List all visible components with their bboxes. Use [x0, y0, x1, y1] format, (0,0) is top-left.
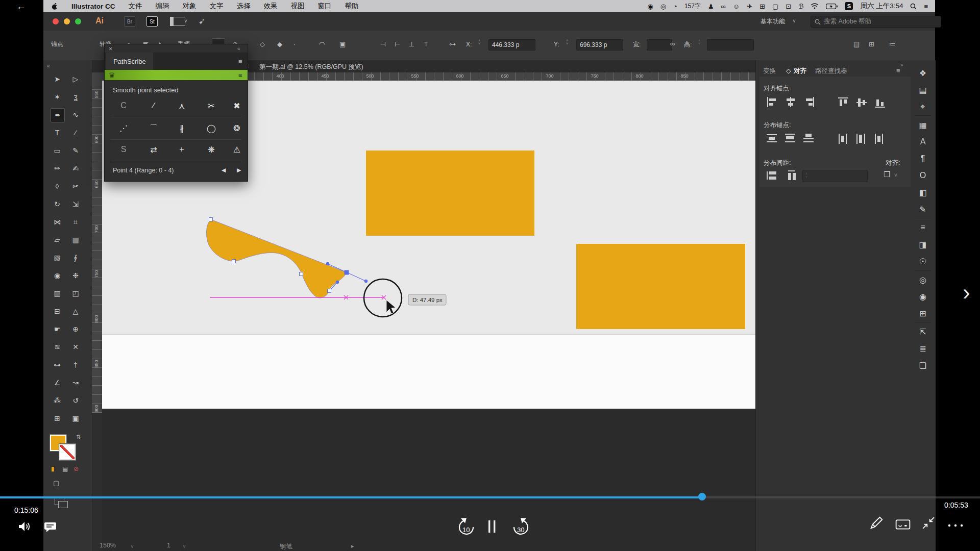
transparency-panel-icon[interactable]: ◎	[914, 273, 932, 286]
workspace-chevron-icon[interactable]: ˅	[793, 19, 796, 24]
tab-pathscribe[interactable]: PathScribe	[106, 53, 153, 70]
align-top-button[interactable]	[837, 96, 850, 108]
y-stepper[interactable]: ˄˅	[566, 39, 568, 45]
display-icon[interactable]: ▢	[772, 3, 778, 10]
align-bottom-button[interactable]	[874, 96, 887, 108]
canvas-scroll-area[interactable]	[102, 409, 755, 551]
align-right-button[interactable]	[802, 96, 816, 108]
align-left-button[interactable]	[766, 96, 779, 108]
blend-tool[interactable]: ◉	[51, 269, 64, 282]
artboard-chevron-icon[interactable]: ˅	[183, 544, 186, 549]
swap-direction-button[interactable]: ⇄	[150, 145, 157, 155]
rewind-10-button[interactable]: 10	[456, 516, 477, 537]
artboard[interactable]	[102, 334, 755, 409]
navigator-tool[interactable]: ▣	[69, 412, 82, 425]
rotate-view-tool[interactable]: ↺	[69, 394, 82, 407]
opentype-panel-icon[interactable]: O	[914, 169, 932, 182]
grid-icon[interactable]: ⊞	[760, 3, 765, 10]
prev-point-button[interactable]: ◀	[222, 167, 226, 173]
artboard-number[interactable]: 1	[167, 542, 170, 549]
warning-button[interactable]: ⚠	[233, 145, 240, 155]
eyedropper-tool[interactable]: ∮	[69, 251, 82, 264]
smooth-tool[interactable]: ≋	[51, 340, 64, 354]
lasso-tool[interactable]: ʓ	[69, 90, 82, 104]
selection-tool[interactable]: ➤	[51, 72, 64, 86]
telegram-icon[interactable]: ✈	[747, 3, 752, 10]
menu-item-type[interactable]: 文字	[210, 2, 224, 11]
spotify-icon[interactable]: S	[845, 2, 853, 10]
join-path-icon[interactable]: ⊶	[449, 41, 456, 47]
banner-menu-icon[interactable]: ≡	[238, 71, 242, 79]
zoom-window-button[interactable]	[75, 18, 81, 24]
symbol-sprayer-tool[interactable]: ❉	[69, 269, 82, 282]
rocket-icon[interactable]: ➹	[199, 16, 205, 26]
horizontal-space-button[interactable]	[786, 169, 799, 182]
workspace-switcher[interactable]: 基本功能	[761, 18, 785, 24]
menu-item-edit[interactable]: 编辑	[156, 2, 169, 11]
align-to-chevron-icon[interactable]: ˅	[894, 172, 897, 178]
menu-item-view[interactable]: 视图	[291, 2, 305, 11]
free-transform-tool[interactable]: ⌗	[69, 215, 82, 229]
rotate-tool[interactable]: ↻	[51, 197, 64, 211]
collapse-panels-icon[interactable]: »	[900, 62, 903, 68]
search-icon[interactable]	[910, 3, 917, 10]
panel-box-icon[interactable]: ⊞	[869, 41, 874, 47]
distribute-top-button[interactable]	[766, 133, 779, 145]
pathscribe-banner[interactable]: ♛ ≡	[105, 70, 248, 80]
appearance-panel-icon[interactable]: ◧	[914, 186, 932, 199]
shear-tool[interactable]: ∠	[51, 376, 64, 389]
annotate-pencil-button[interactable]	[869, 516, 883, 531]
notification-icon[interactable]: ♟	[708, 3, 714, 10]
attributes-panel-icon[interactable]: ◉	[914, 290, 932, 303]
record-icon[interactable]: ◉	[647, 3, 653, 10]
swap-fill-stroke-icon[interactable]: ⇅	[76, 434, 81, 440]
smooth-mode-button[interactable]: S	[121, 145, 127, 154]
back-button[interactable]: ←	[16, 1, 26, 12]
retract-handles-button[interactable]: ⋰	[119, 123, 128, 133]
menu-item-window[interactable]: 窗口	[318, 2, 332, 11]
spacing-value-input[interactable]: ˄˅	[802, 170, 868, 182]
corner-radius-icon[interactable]: ◠	[319, 41, 325, 47]
gradient-mode-button[interactable]: ▤	[62, 466, 68, 472]
pen-tool[interactable]: ✒	[51, 108, 65, 122]
symbols-panel-icon[interactable]: ☉	[914, 255, 932, 268]
simplify-path-button[interactable]: ◯	[207, 123, 216, 133]
measure-tool[interactable]: †	[69, 358, 82, 371]
hand-tool[interactable]: ☛	[51, 322, 64, 336]
pattern-panel-icon[interactable]: ⊞	[914, 307, 932, 320]
pencil-tool[interactable]: ✏	[51, 162, 64, 175]
align-hcenter-button[interactable]	[784, 96, 797, 108]
layers-panel-icon[interactable]: ≣	[914, 342, 932, 355]
stock-badge[interactable]: St	[146, 16, 158, 27]
cut-path-button[interactable]: ✂	[208, 101, 214, 111]
battery-icon[interactable]	[826, 4, 838, 9]
align-right-icon[interactable]: ⊢	[395, 41, 400, 47]
shaper-tool[interactable]: ✍	[69, 162, 82, 175]
vertical-space-button[interactable]	[766, 169, 779, 182]
gradient-tool[interactable]: ▧	[51, 251, 64, 264]
none-mode-button[interactable]: ⊘	[74, 466, 79, 472]
brushes-panel-icon[interactable]: ✎	[914, 203, 932, 216]
corner-box-icon[interactable]: ▣	[339, 41, 346, 47]
distribute-vcenter-button[interactable]	[784, 133, 797, 145]
swatches-panel-icon[interactable]: ▦	[914, 118, 932, 132]
print-tiling-tool[interactable]: ⊞	[51, 412, 64, 425]
x-stepper[interactable]: ˄˅	[478, 39, 480, 45]
paragraph-panel-icon[interactable]: ¶	[914, 152, 932, 165]
next-point-button[interactable]: ▶	[237, 167, 241, 173]
zoom-level-select[interactable]: 150%	[100, 542, 116, 549]
distribute-left-button[interactable]	[837, 133, 850, 145]
bluetooth-icon[interactable]: ℬ	[798, 3, 803, 10]
zoom-tool[interactable]: ⊕	[69, 322, 82, 336]
reshape-tool[interactable]: ↝	[69, 376, 82, 389]
close-window-button[interactable]	[53, 18, 59, 24]
info-panel-icon[interactable]: ▤	[914, 83, 932, 96]
layout-chevron-icon[interactable]: ˅	[184, 19, 187, 24]
smiley-icon[interactable]: ☺	[733, 3, 740, 10]
screen-mirror-icon[interactable]: ⊡	[786, 3, 791, 10]
stroke-swatch[interactable]	[59, 444, 76, 460]
color-mode-button[interactable]: ▮	[51, 466, 55, 472]
tab-transform[interactable]: 变换	[763, 67, 776, 76]
exit-fullscreen-button[interactable]	[922, 516, 935, 530]
height-input[interactable]	[707, 39, 754, 51]
